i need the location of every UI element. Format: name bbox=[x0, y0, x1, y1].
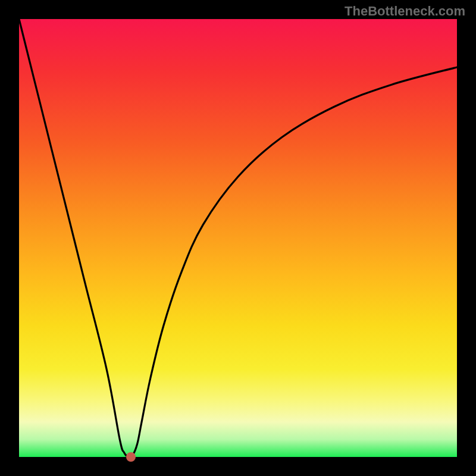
minimum-marker bbox=[126, 452, 136, 462]
curve-layer bbox=[19, 19, 457, 457]
chart-frame: TheBottleneck.com bbox=[0, 0, 476, 476]
watermark-text: TheBottleneck.com bbox=[345, 4, 465, 19]
bottleneck-curve bbox=[19, 19, 457, 457]
